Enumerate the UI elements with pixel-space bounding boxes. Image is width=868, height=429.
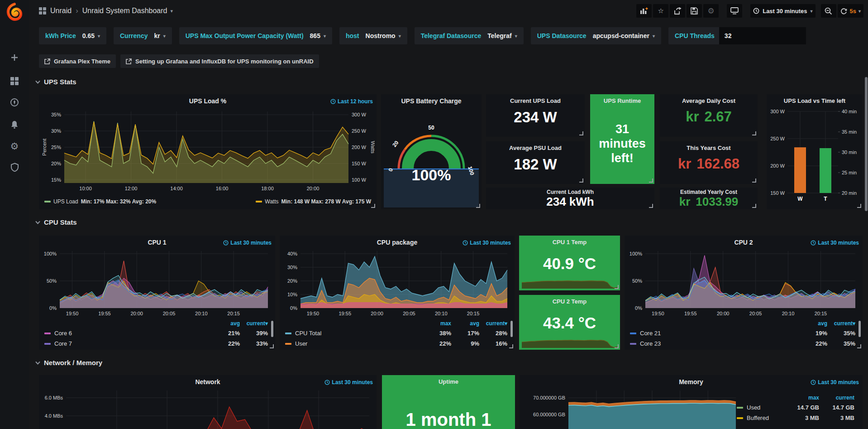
panel-title[interactable]: UPS Battery Charge (381, 97, 482, 105)
breadcrumb-root[interactable]: Unraid (50, 7, 72, 15)
legend-scrollbar[interactable] (271, 321, 273, 337)
panel-resize-handle[interactable] (752, 178, 756, 183)
legend-sort-header-max[interactable]: max (784, 395, 819, 401)
stat-title[interactable]: This Years Cost (660, 145, 758, 151)
variable-value[interactable]: Nostromo▾ (366, 32, 401, 39)
variable-value[interactable]: 865▾ (310, 32, 326, 39)
dashboard-settings-button[interactable]: ⚙ (703, 4, 719, 18)
variable-ups-datasource[interactable]: UPS Datasourceapcupsd-container▾ (531, 27, 661, 44)
explore-compass-icon[interactable] (0, 93, 29, 111)
panel-time-range[interactable]: Last 30 minutes (324, 379, 373, 386)
variable-currency[interactable]: Currencykr▾ (114, 27, 172, 44)
tv-cycle-button[interactable] (727, 4, 742, 18)
variable-telegraf-datasource[interactable]: Telegraf DatasourceTelegraf▾ (415, 27, 524, 44)
legend-sort-header-avg[interactable]: avg (451, 320, 479, 327)
stat-title[interactable]: UPS Runtime (590, 97, 654, 104)
grafana-logo-icon[interactable] (5, 3, 24, 21)
zoom-out-button[interactable] (821, 4, 836, 18)
legend-series-label[interactable]: Buffered (747, 415, 784, 421)
refresh-button[interactable]: 5s▾ (838, 4, 864, 18)
panel-time-range[interactable]: Last 30 minutes (811, 379, 859, 386)
legend-scrollbar[interactable] (510, 321, 513, 337)
panel-resize-handle[interactable] (579, 131, 583, 135)
panel-resize-handle[interactable] (857, 344, 861, 348)
legend-sort-header-avg[interactable]: avg (212, 320, 240, 327)
stat-title[interactable]: CPU 1 Temp (519, 239, 620, 246)
panel-time-range[interactable]: Last 30 minutes (463, 240, 511, 246)
variable-value[interactable]: apcupsd-container▾ (593, 32, 655, 39)
panel-average-daily-cost: Average Daily Cost kr2.67 (660, 94, 758, 137)
server-admin-shield-icon[interactable] (0, 158, 29, 176)
legend-sort-header-current[interactable]: current▾ (240, 320, 268, 327)
alerting-bell-icon[interactable] (0, 116, 29, 134)
share-button[interactable] (670, 4, 685, 18)
stat-title[interactable]: Average PSU Load (486, 145, 585, 151)
legend-series-label[interactable]: Used (747, 404, 784, 411)
dashboards-icon[interactable] (0, 72, 29, 90)
variable-value[interactable]: Telegraf▾ (487, 32, 517, 39)
svg-text:250 W: 250 W (770, 136, 785, 141)
panel-resize-handle[interactable] (615, 285, 619, 289)
variable-ups-max-output-power-capacity-watt[interactable]: UPS Max Output Power Capacity (Watt)865▾ (179, 27, 332, 44)
legend-series-label[interactable]: Core 7 (54, 340, 212, 347)
legend-sort-header-max[interactable]: max (423, 320, 451, 327)
panel-resize-handle[interactable] (579, 178, 583, 183)
panel-resize-handle[interactable] (270, 344, 274, 348)
section-ups-stats[interactable]: UPS Stats (35, 78, 76, 86)
stat-title[interactable]: Uptime (382, 378, 515, 385)
legend-sort-header-current[interactable]: current▾ (479, 320, 507, 327)
dashboard-link[interactable]: Grafana Plex Theme (39, 54, 116, 68)
legend-row: User22%9%16% (285, 338, 507, 349)
stat-title[interactable]: Estimated Yearly Cost (660, 189, 758, 195)
stat-title[interactable]: Current Load kWh (486, 189, 654, 195)
legend-series-label[interactable]: User (295, 340, 423, 347)
panel-resize-handle[interactable] (649, 178, 653, 183)
legend-sort-header-avg[interactable]: avg (799, 320, 827, 327)
stat-title[interactable]: Current UPS Load (486, 97, 585, 104)
panel-resize-handle[interactable] (615, 344, 619, 348)
variable-value[interactable]: kr▾ (154, 32, 165, 39)
panel-time-range[interactable]: Last 12 hours (330, 98, 373, 105)
time-range-picker[interactable]: Last 30 minutes ▾ (750, 4, 815, 18)
breadcrumb-current[interactable]: Unraid System Dashboard (82, 7, 167, 15)
star-button[interactable]: ☆ (653, 4, 668, 18)
panel-resize-handle[interactable] (857, 204, 861, 208)
save-button[interactable] (687, 4, 702, 18)
create-plus-icon[interactable] (0, 48, 29, 67)
legend-sort-header-current[interactable]: current▾ (827, 320, 855, 327)
series-color-marker (630, 343, 636, 345)
legend-series-label[interactable]: Core 6 (54, 330, 212, 337)
legend-series-label[interactable]: UPS Load (53, 198, 78, 205)
section-cpu-stats[interactable]: CPU Stats (35, 218, 77, 226)
legend-sort-header-current[interactable]: current (819, 395, 854, 401)
section-network-memory[interactable]: Network / Memory (35, 359, 102, 366)
variable-input-cpu-threads[interactable] (719, 27, 806, 44)
panel-time-range[interactable]: Last 30 minutes (811, 240, 859, 246)
panel-resize-handle[interactable] (752, 131, 756, 135)
legend-scrollbar[interactable] (858, 321, 861, 337)
page-scrollbar-thumb[interactable] (865, 77, 868, 211)
panel-resize-handle[interactable] (649, 204, 653, 208)
legend-series-label[interactable]: CPU Total (295, 330, 423, 337)
configuration-gear-icon[interactable]: ⚙ (0, 137, 29, 155)
panel-title[interactable]: UPS Load vs Time left (767, 97, 863, 104)
panel-resize-handle[interactable] (476, 204, 480, 208)
stat-title[interactable]: CPU 2 Temp (519, 298, 620, 305)
variable-kwh-price[interactable]: kWh Price0.65▾ (39, 27, 106, 44)
variable-value[interactable]: 0.65▾ (82, 32, 100, 39)
panel-resize-handle[interactable] (752, 204, 756, 208)
legend-series-label[interactable]: Watts (265, 198, 278, 205)
legend-series-label[interactable]: Core 23 (640, 340, 799, 347)
stat-title[interactable]: Average Daily Cost (660, 97, 758, 104)
add-panel-button[interactable] (636, 4, 652, 18)
panel-time-range[interactable]: Last 30 minutes (223, 240, 272, 246)
variable-cpu-threads[interactable]: CPU Threads (668, 27, 806, 44)
refresh-interval[interactable]: 5s▾ (850, 8, 861, 14)
variable-host[interactable]: hostNostromo▾ (339, 27, 407, 44)
panel-title[interactable]: UPS Load % (39, 97, 377, 105)
panel-resize-handle[interactable] (509, 344, 513, 348)
legend-series-label[interactable]: Core 21 (640, 330, 799, 337)
dashboard-link[interactable]: Setting up Grafana and InfluxDB for UPS … (120, 54, 319, 68)
chevron-down-icon[interactable]: ▾ (170, 8, 173, 14)
panel-resize-handle[interactable] (371, 204, 375, 208)
